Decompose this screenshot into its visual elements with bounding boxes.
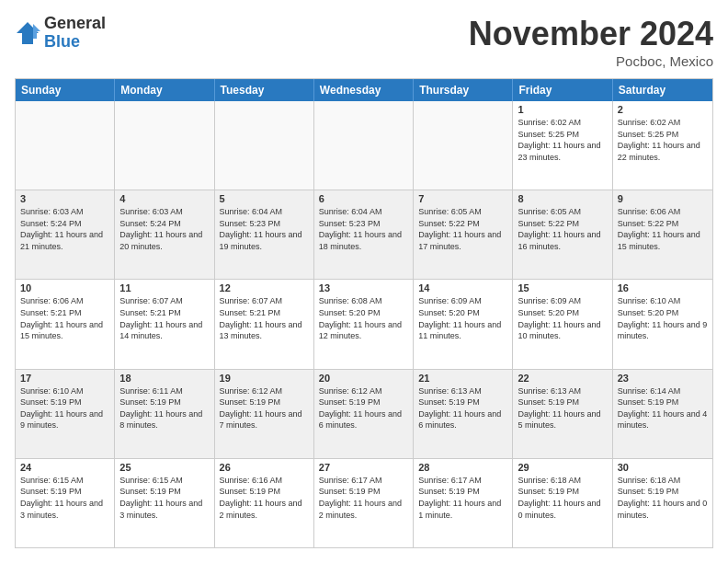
day-number: 4 [119,193,209,204]
cal-row-3: 17Sunrise: 6:10 AM Sunset: 5:19 PM Dayli… [16,370,712,459]
cell-info: Sunrise: 6:12 AM Sunset: 5:19 PM Dayligh… [220,385,309,431]
day-number: 15 [518,282,607,293]
cal-cell-day-18: 18Sunrise: 6:11 AM Sunset: 5:19 PM Dayli… [115,370,214,458]
day-number: 3 [20,193,109,204]
cal-cell-day-5: 5Sunrise: 6:04 AM Sunset: 5:23 PM Daylig… [215,190,314,279]
day-number: 11 [119,282,209,293]
cal-cell-day-11: 11Sunrise: 6:07 AM Sunset: 5:21 PM Dayli… [115,280,214,368]
header: General Blue November 2024 Pocboc, Mexic… [15,15,713,69]
day-number: 30 [618,462,708,473]
cal-cell-day-12: 12Sunrise: 6:07 AM Sunset: 5:21 PM Dayli… [215,280,314,368]
cell-info: Sunrise: 6:02 AM Sunset: 5:25 PM Dayligh… [618,117,708,163]
day-number: 23 [618,373,708,384]
day-number: 28 [418,462,507,473]
cal-cell-day-13: 13Sunrise: 6:08 AM Sunset: 5:20 PM Dayli… [314,280,414,368]
cal-row-2: 10Sunrise: 6:06 AM Sunset: 5:21 PM Dayli… [16,280,712,369]
calendar-header: SundayMondayTuesdayWednesdayThursdayFrid… [16,79,712,101]
month-title: November 2024 [469,15,713,53]
cell-info: Sunrise: 6:16 AM Sunset: 5:19 PM Dayligh… [220,475,309,521]
cell-info: Sunrise: 6:09 AM Sunset: 5:20 PM Dayligh… [418,295,507,341]
cell-info: Sunrise: 6:17 AM Sunset: 5:19 PM Dayligh… [418,475,507,521]
cell-info: Sunrise: 6:06 AM Sunset: 5:22 PM Dayligh… [618,206,708,252]
day-number: 12 [220,282,309,293]
cal-cell-day-9: 9Sunrise: 6:06 AM Sunset: 5:22 PM Daylig… [613,190,712,279]
cal-cell-day-15: 15Sunrise: 6:09 AM Sunset: 5:20 PM Dayli… [513,280,612,368]
cell-info: Sunrise: 6:13 AM Sunset: 5:19 PM Dayligh… [418,385,507,431]
cell-info: Sunrise: 6:15 AM Sunset: 5:19 PM Dayligh… [20,475,109,521]
cell-info: Sunrise: 6:06 AM Sunset: 5:21 PM Dayligh… [20,295,109,341]
cal-cell-empty [414,101,513,190]
cell-info: Sunrise: 6:09 AM Sunset: 5:20 PM Dayligh… [518,295,607,341]
cal-cell-day-20: 20Sunrise: 6:12 AM Sunset: 5:19 PM Dayli… [314,370,414,458]
day-number: 29 [518,462,607,473]
cell-info: Sunrise: 6:14 AM Sunset: 5:19 PM Dayligh… [618,385,708,431]
cal-header-friday: Friday [513,79,612,101]
cell-info: Sunrise: 6:03 AM Sunset: 5:24 PM Dayligh… [20,206,109,252]
logo: General Blue [15,15,106,52]
cal-header-thursday: Thursday [414,79,513,101]
cell-info: Sunrise: 6:04 AM Sunset: 5:23 PM Dayligh… [220,206,309,252]
cal-row-4: 24Sunrise: 6:15 AM Sunset: 5:19 PM Dayli… [16,459,712,547]
day-number: 6 [319,193,408,204]
day-number: 9 [618,193,708,204]
cal-header-wednesday: Wednesday [314,79,414,101]
cal-row-0: 1Sunrise: 6:02 AM Sunset: 5:25 PM Daylig… [16,101,712,190]
page: General Blue November 2024 Pocboc, Mexic… [0,0,728,563]
cal-header-monday: Monday [115,79,214,101]
day-number: 25 [119,462,209,473]
cal-header-sunday: Sunday [16,79,115,101]
cal-cell-day-26: 26Sunrise: 6:16 AM Sunset: 5:19 PM Dayli… [215,459,314,547]
cal-cell-day-21: 21Sunrise: 6:13 AM Sunset: 5:19 PM Dayli… [414,370,513,458]
cell-info: Sunrise: 6:13 AM Sunset: 5:19 PM Dayligh… [518,385,607,431]
cal-cell-day-29: 29Sunrise: 6:18 AM Sunset: 5:19 PM Dayli… [513,459,612,547]
cell-info: Sunrise: 6:08 AM Sunset: 5:20 PM Dayligh… [319,295,408,341]
cal-cell-day-24: 24Sunrise: 6:15 AM Sunset: 5:19 PM Dayli… [16,459,115,547]
cal-cell-day-8: 8Sunrise: 6:05 AM Sunset: 5:22 PM Daylig… [513,190,612,279]
day-number: 22 [518,373,607,384]
day-number: 20 [319,373,408,384]
cell-info: Sunrise: 6:10 AM Sunset: 5:19 PM Dayligh… [20,385,109,431]
cell-info: Sunrise: 6:17 AM Sunset: 5:19 PM Dayligh… [319,475,408,521]
cell-info: Sunrise: 6:10 AM Sunset: 5:20 PM Dayligh… [618,295,708,341]
day-number: 21 [418,373,507,384]
logo-general-text: General [44,15,106,33]
day-number: 19 [220,373,309,384]
day-number: 24 [20,462,109,473]
cal-cell-day-23: 23Sunrise: 6:14 AM Sunset: 5:19 PM Dayli… [613,370,712,458]
title-area: November 2024 Pocboc, Mexico [469,15,713,69]
day-number: 2 [618,104,708,115]
cal-cell-day-19: 19Sunrise: 6:12 AM Sunset: 5:19 PM Dayli… [215,370,314,458]
day-number: 13 [319,282,408,293]
cell-info: Sunrise: 6:05 AM Sunset: 5:22 PM Dayligh… [418,206,507,252]
day-number: 27 [319,462,408,473]
cal-cell-empty [16,101,115,190]
cal-header-tuesday: Tuesday [215,79,314,101]
day-number: 18 [119,373,209,384]
cal-cell-day-10: 10Sunrise: 6:06 AM Sunset: 5:21 PM Dayli… [16,280,115,368]
cell-info: Sunrise: 6:11 AM Sunset: 5:19 PM Dayligh… [119,385,209,431]
day-number: 1 [518,104,607,115]
logo-text: General Blue [44,15,106,52]
cal-cell-day-4: 4Sunrise: 6:03 AM Sunset: 5:24 PM Daylig… [115,190,214,279]
day-number: 26 [220,462,309,473]
day-number: 5 [220,193,309,204]
cal-cell-day-22: 22Sunrise: 6:13 AM Sunset: 5:19 PM Dayli… [513,370,612,458]
cell-info: Sunrise: 6:04 AM Sunset: 5:23 PM Dayligh… [319,206,408,252]
cal-cell-empty [215,101,314,190]
cell-info: Sunrise: 6:02 AM Sunset: 5:25 PM Dayligh… [518,117,607,163]
cell-info: Sunrise: 6:07 AM Sunset: 5:21 PM Dayligh… [119,295,209,341]
cell-info: Sunrise: 6:18 AM Sunset: 5:19 PM Dayligh… [618,475,708,521]
cal-cell-day-28: 28Sunrise: 6:17 AM Sunset: 5:19 PM Dayli… [414,459,513,547]
day-number: 17 [20,373,109,384]
cal-cell-day-2: 2Sunrise: 6:02 AM Sunset: 5:25 PM Daylig… [613,101,712,190]
day-number: 16 [618,282,708,293]
cell-info: Sunrise: 6:05 AM Sunset: 5:22 PM Dayligh… [518,206,607,252]
svg-marker-1 [33,24,40,39]
cal-cell-day-27: 27Sunrise: 6:17 AM Sunset: 5:19 PM Dayli… [314,459,414,547]
calendar: SundayMondayTuesdayWednesdayThursdayFrid… [15,78,713,548]
location: Pocboc, Mexico [469,53,713,69]
cal-cell-day-7: 7Sunrise: 6:05 AM Sunset: 5:22 PM Daylig… [414,190,513,279]
logo-blue-text: Blue [44,33,106,52]
cal-cell-day-17: 17Sunrise: 6:10 AM Sunset: 5:19 PM Dayli… [16,370,115,458]
cell-info: Sunrise: 6:15 AM Sunset: 5:19 PM Dayligh… [119,475,209,521]
